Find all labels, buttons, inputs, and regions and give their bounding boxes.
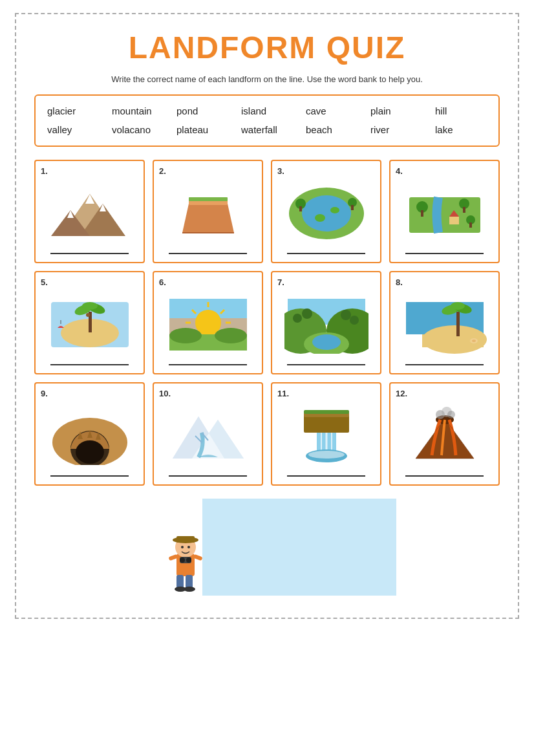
page-title: LANDFORM QUIZ (34, 30, 500, 65)
svg-point-104 (180, 557, 185, 563)
card-8-number: 8. (396, 277, 403, 287)
card-12: 12. (389, 382, 500, 486)
word-river: river (370, 121, 416, 140)
svg-rect-25 (469, 222, 472, 228)
card-6-line[interactable] (169, 364, 247, 365)
card-11-line[interactable] (287, 475, 365, 477)
card-7-line[interactable] (287, 364, 365, 365)
svg-rect-59 (456, 312, 460, 336)
svg-point-90 (447, 411, 455, 418)
svg-point-13 (315, 214, 325, 222)
card-5-image (41, 290, 138, 359)
word-valley: valley (47, 121, 92, 140)
card-10-image (159, 401, 257, 470)
word-lake: lake (435, 121, 480, 140)
svg-rect-16 (299, 206, 302, 211)
card-1-line[interactable] (50, 253, 129, 254)
card-8: 8. (389, 271, 500, 374)
card-7-image (277, 290, 375, 359)
word-plateau: plateau (176, 121, 222, 140)
card-1-number: 1. (41, 166, 48, 176)
svg-point-51 (312, 334, 341, 350)
svg-point-62 (451, 302, 465, 310)
card-3-image (277, 178, 375, 248)
card-1: 1. (34, 160, 145, 263)
word-bank-row1: glacier mountain pond island cave plain … (47, 102, 487, 121)
svg-point-70 (76, 440, 104, 464)
svg-point-46 (215, 328, 247, 343)
card-3: 3. (271, 160, 381, 263)
quiz-grid: 1. 2. (34, 160, 500, 486)
page: LANDFORM QUIZ Write the correct name of … (15, 13, 519, 619)
word-beach: beach (306, 121, 351, 140)
svg-point-54 (341, 310, 351, 320)
card-11-image (277, 401, 375, 470)
card-7: 7. (271, 271, 381, 374)
card-5-number: 5. (41, 277, 48, 287)
svg-point-33 (82, 302, 98, 310)
svg-rect-26 (449, 217, 459, 224)
svg-point-34 (86, 313, 90, 317)
word-bank-row2: valley volacano plateau waterfall beach … (47, 121, 487, 140)
card-12-image (396, 401, 493, 470)
instructions-text: Write the correct name of each landform … (34, 74, 500, 84)
word-waterfall: waterfall (241, 121, 286, 140)
card-2: 2. (153, 160, 263, 263)
card-2-image (159, 178, 257, 248)
card-12-number: 12. (396, 389, 407, 398)
card-6-number: 6. (159, 277, 166, 287)
footer-illustration (34, 499, 500, 602)
card-3-number: 3. (277, 166, 284, 176)
svg-rect-9 (189, 197, 228, 201)
card-10: 10. (153, 382, 263, 486)
card-2-number: 2. (159, 166, 166, 176)
card-4-line[interactable] (405, 253, 484, 254)
card-10-line[interactable] (169, 475, 247, 477)
svg-point-45 (169, 328, 202, 343)
card-7-number: 7. (277, 277, 284, 287)
card-9-line[interactable] (50, 475, 129, 477)
svg-point-52 (293, 314, 302, 323)
svg-point-101 (181, 546, 184, 548)
svg-point-64 (472, 340, 476, 342)
card-4: 4. (389, 160, 500, 263)
svg-point-83 (308, 451, 345, 459)
word-cave: cave (306, 102, 351, 121)
card-3-line[interactable] (287, 253, 365, 254)
svg-rect-23 (463, 207, 465, 213)
card-4-image (396, 178, 493, 248)
card-1-image (41, 178, 138, 248)
word-volcano: volacano (112, 121, 157, 140)
svg-point-102 (187, 546, 190, 548)
svg-rect-96 (202, 499, 396, 596)
svg-point-105 (186, 557, 191, 563)
word-bank: glacier mountain pond island cave plain … (34, 94, 500, 147)
card-5-line[interactable] (50, 364, 129, 365)
word-hill: hill (435, 102, 480, 121)
card-2-line[interactable] (169, 253, 247, 254)
word-glacier: glacier (47, 102, 92, 121)
card-9: 9. (34, 382, 145, 486)
svg-point-12 (302, 195, 351, 232)
card-8-line[interactable] (405, 364, 484, 365)
svg-point-55 (350, 316, 359, 325)
card-11-number: 11. (277, 389, 289, 398)
svg-point-53 (302, 308, 312, 319)
svg-rect-21 (421, 210, 423, 217)
card-5: 5. (34, 271, 145, 374)
word-plain: plain (370, 102, 416, 121)
svg-rect-100 (176, 536, 195, 543)
word-pond: pond (176, 102, 222, 121)
word-mountain: mountain (112, 102, 157, 121)
word-island: island (241, 102, 286, 121)
card-4-number: 4. (396, 166, 403, 176)
svg-marker-7 (182, 204, 234, 233)
card-9-number: 9. (41, 389, 48, 398)
card-8-image (396, 290, 493, 359)
svg-rect-85 (304, 410, 349, 414)
card-10-number: 10. (159, 389, 171, 398)
card-11: 11. (271, 382, 381, 486)
card-9-image (41, 401, 138, 470)
card-6-image (159, 290, 257, 359)
card-12-line[interactable] (405, 475, 484, 477)
